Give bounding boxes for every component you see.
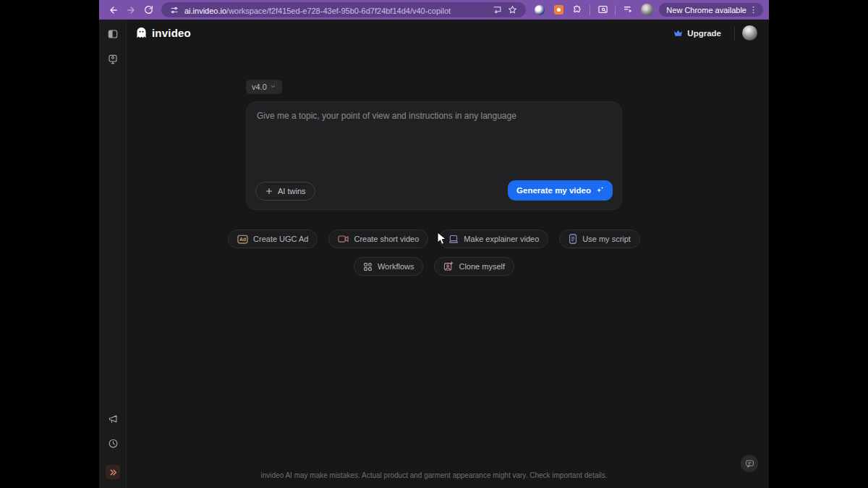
upgrade-label: Upgrade (687, 29, 721, 38)
announcements-icon[interactable] (106, 411, 120, 426)
toolbar-divider (590, 5, 590, 15)
suggestion-chips-row-1: Ad Create UGC Ad Create short video Make… (99, 230, 769, 248)
chrome-update-label: New Chrome available (666, 6, 746, 14)
profile-avatar[interactable] (639, 3, 654, 17)
generate-video-label: Generate my video (516, 186, 591, 195)
header-divider (734, 27, 735, 40)
prompt-input[interactable] (257, 111, 613, 176)
extension-capture-icon[interactable] (551, 3, 566, 17)
media-controls-icon[interactable] (621, 3, 635, 17)
install-app-icon[interactable] (493, 5, 502, 14)
url-bar[interactable]: ai.invideo.io/workspace/f2f415ed-e728-43… (161, 2, 526, 17)
chip-label: Create short video (354, 235, 419, 243)
video-camera-icon (338, 235, 349, 243)
chip-workflows[interactable]: Workflows (354, 257, 424, 276)
chevron-down-icon (270, 83, 276, 91)
user-avatar[interactable] (742, 25, 757, 41)
model-version-dropdown[interactable]: v4.0 (246, 80, 282, 94)
chip-create-short-video[interactable]: Create short video (328, 230, 428, 248)
invideo-app: invideo Upgrade v4.0 AI twins (99, 20, 769, 488)
ai-twins-button[interactable]: AI twins (255, 182, 315, 201)
back-icon[interactable] (106, 3, 121, 17)
ai-disclaimer: invideo AI may make mistakes. Actual pro… (99, 471, 769, 479)
chip-create-ugc-ad[interactable]: Ad Create UGC Ad (228, 230, 318, 248)
chip-clone-myself[interactable]: Clone myself (434, 257, 514, 276)
ad-badge-icon: Ad (237, 235, 248, 244)
generate-video-button[interactable]: Generate my video (508, 180, 613, 201)
plus-icon (265, 187, 273, 195)
url-host: ai.invideo.io (184, 7, 226, 15)
create-ai-twin-icon[interactable] (106, 52, 120, 67)
forward-icon[interactable] (124, 3, 138, 17)
chat-support-button[interactable] (741, 455, 758, 472)
invideo-logo-icon (135, 27, 148, 39)
model-version-label: v4.0 (252, 83, 267, 91)
url-path: /workspace/f2f415ed-e728-43ef-95b0-6d7f2… (226, 7, 451, 15)
chip-make-explainer-video[interactable]: Make explainer video (439, 230, 548, 248)
svg-text:Ad: Ad (239, 237, 246, 242)
script-document-icon (569, 234, 577, 244)
sidebar (99, 20, 127, 488)
extensions-puzzle-icon[interactable] (570, 3, 584, 17)
header-actions: Upgrade (668, 25, 757, 41)
url-text: ai.invideo.io/workspace/f2f415ed-e728-43… (184, 4, 490, 17)
sidebar-toggle-icon[interactable] (106, 27, 120, 41)
crown-icon (673, 29, 683, 38)
laptop-icon (448, 235, 459, 244)
chip-label: Workflows (378, 262, 414, 271)
upgrade-button[interactable]: Upgrade (668, 26, 727, 41)
sparkle-icon (595, 186, 604, 195)
chip-label: Create UGC Ad (253, 235, 308, 243)
suggestion-chips-row-2: Workflows Clone myself (99, 257, 769, 276)
chip-label: Make explainer video (464, 235, 539, 243)
ai-twins-label: AI twins (278, 187, 306, 195)
browser-window: ai.invideo.io/workspace/f2f415ed-e728-43… (99, 0, 769, 488)
chip-label: Clone myself (459, 262, 505, 271)
history-icon[interactable] (106, 436, 120, 450)
chrome-update-button[interactable]: New Chrome available ⋮ (659, 3, 763, 17)
clone-person-icon (443, 261, 454, 272)
mouse-cursor (437, 232, 448, 246)
grid-icon (363, 262, 373, 272)
browser-toolbar: ai.invideo.io/workspace/f2f415ed-e728-43… (99, 0, 769, 20)
brand-name: invideo (152, 27, 191, 39)
site-info-icon[interactable] (170, 6, 179, 14)
brand[interactable]: invideo (135, 27, 191, 39)
chat-bubble-icon (745, 459, 754, 468)
chip-use-my-script[interactable]: Use my script (559, 230, 640, 248)
prompt-composer-card: AI twins Generate my video (246, 101, 622, 210)
bookmark-star-icon[interactable] (508, 5, 517, 14)
reading-mode-icon[interactable] (595, 3, 610, 17)
extension-browserstack-icon[interactable] (532, 3, 547, 17)
reload-icon[interactable] (141, 3, 156, 17)
chip-label: Use my script (582, 235, 631, 243)
kebab-menu-icon[interactable]: ⋮ (746, 5, 760, 14)
toolbar-divider (615, 5, 616, 15)
